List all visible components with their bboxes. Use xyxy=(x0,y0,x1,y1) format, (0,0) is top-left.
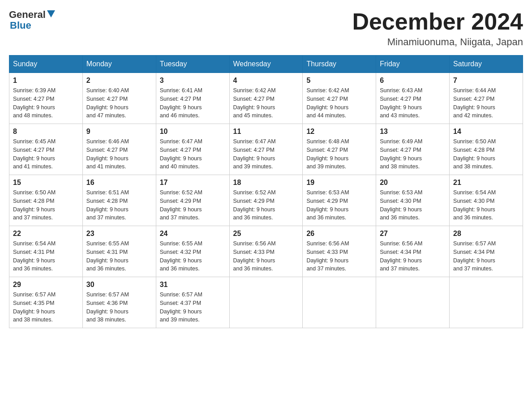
day-info: Sunrise: 6:54 AMSunset: 4:31 PMDaylight:… xyxy=(13,240,79,273)
logo-arrow-icon xyxy=(47,10,55,19)
day-info: Sunrise: 6:48 AMSunset: 4:27 PMDaylight:… xyxy=(306,137,372,171)
day-number: 28 xyxy=(453,230,519,238)
day-info: Sunrise: 6:57 AMSunset: 4:34 PMDaylight:… xyxy=(453,240,519,273)
day-number: 11 xyxy=(233,128,299,136)
day-number: 5 xyxy=(306,77,372,85)
day-number: 30 xyxy=(86,281,152,289)
calendar-week-row: 29Sunrise: 6:57 AMSunset: 4:35 PMDayligh… xyxy=(9,277,523,328)
calendar-cell: 10Sunrise: 6:47 AMSunset: 4:27 PMDayligh… xyxy=(156,124,229,175)
calendar-cell: 1Sunrise: 6:39 AMSunset: 4:27 PMDaylight… xyxy=(9,73,83,124)
calendar-cell: 14Sunrise: 6:50 AMSunset: 4:28 PMDayligh… xyxy=(450,124,523,175)
calendar-cell: 12Sunrise: 6:48 AMSunset: 4:27 PMDayligh… xyxy=(303,124,376,175)
day-info: Sunrise: 6:53 AMSunset: 4:29 PMDaylight:… xyxy=(306,188,372,222)
day-info: Sunrise: 6:57 AMSunset: 4:36 PMDaylight:… xyxy=(86,291,152,324)
calendar-cell: 5Sunrise: 6:42 AMSunset: 4:27 PMDaylight… xyxy=(303,73,376,124)
calendar-cell: 2Sunrise: 6:40 AMSunset: 4:27 PMDaylight… xyxy=(82,73,156,124)
day-info: Sunrise: 6:54 AMSunset: 4:30 PMDaylight:… xyxy=(453,188,519,222)
day-info: Sunrise: 6:42 AMSunset: 4:27 PMDaylight:… xyxy=(233,86,299,120)
day-number: 3 xyxy=(160,77,226,85)
calendar-cell: 25Sunrise: 6:56 AMSunset: 4:33 PMDayligh… xyxy=(229,226,303,277)
day-number: 22 xyxy=(13,230,79,238)
calendar-cell: 15Sunrise: 6:50 AMSunset: 4:28 PMDayligh… xyxy=(9,175,83,226)
day-info: Sunrise: 6:39 AMSunset: 4:27 PMDaylight:… xyxy=(13,86,79,120)
day-info: Sunrise: 6:42 AMSunset: 4:27 PMDaylight:… xyxy=(306,86,372,120)
calendar-cell: 6Sunrise: 6:43 AMSunset: 4:27 PMDaylight… xyxy=(376,73,450,124)
day-info: Sunrise: 6:51 AMSunset: 4:28 PMDaylight:… xyxy=(86,188,152,222)
day-info: Sunrise: 6:55 AMSunset: 4:32 PMDaylight:… xyxy=(160,240,226,273)
col-saturday: Saturday xyxy=(450,56,523,73)
calendar-cell: 27Sunrise: 6:56 AMSunset: 4:34 PMDayligh… xyxy=(376,226,450,277)
calendar-cell: 29Sunrise: 6:57 AMSunset: 4:35 PMDayligh… xyxy=(9,277,83,328)
calendar-cell: 13Sunrise: 6:49 AMSunset: 4:27 PMDayligh… xyxy=(376,124,450,175)
calendar-week-row: 15Sunrise: 6:50 AMSunset: 4:28 PMDayligh… xyxy=(9,175,523,226)
calendar-cell: 17Sunrise: 6:52 AMSunset: 4:29 PMDayligh… xyxy=(156,175,229,226)
col-tuesday: Tuesday xyxy=(156,56,229,73)
day-info: Sunrise: 6:52 AMSunset: 4:29 PMDaylight:… xyxy=(160,188,226,222)
title-block: December 2024 Minamiuonuma, Niigata, Jap… xyxy=(352,9,523,48)
day-number: 4 xyxy=(233,77,299,85)
calendar-cell: 31Sunrise: 6:57 AMSunset: 4:37 PMDayligh… xyxy=(156,277,229,328)
day-info: Sunrise: 6:46 AMSunset: 4:27 PMDaylight:… xyxy=(86,137,152,171)
day-info: Sunrise: 6:44 AMSunset: 4:27 PMDaylight:… xyxy=(453,86,519,120)
col-monday: Monday xyxy=(82,56,156,73)
day-number: 25 xyxy=(233,230,299,238)
calendar-cell: 28Sunrise: 6:57 AMSunset: 4:34 PMDayligh… xyxy=(450,226,523,277)
day-info: Sunrise: 6:57 AMSunset: 4:37 PMDaylight:… xyxy=(160,291,226,324)
calendar-cell: 11Sunrise: 6:47 AMSunset: 4:27 PMDayligh… xyxy=(229,124,303,175)
calendar-cell: 18Sunrise: 6:52 AMSunset: 4:29 PMDayligh… xyxy=(229,175,303,226)
day-number: 12 xyxy=(306,128,372,136)
calendar-week-row: 8Sunrise: 6:45 AMSunset: 4:27 PMDaylight… xyxy=(9,124,523,175)
calendar-cell: 3Sunrise: 6:41 AMSunset: 4:27 PMDaylight… xyxy=(156,73,229,124)
calendar-cell: 9Sunrise: 6:46 AMSunset: 4:27 PMDaylight… xyxy=(82,124,156,175)
logo: General Blue xyxy=(9,9,55,31)
day-number: 1 xyxy=(13,77,79,85)
calendar-cell: 20Sunrise: 6:53 AMSunset: 4:30 PMDayligh… xyxy=(376,175,450,226)
day-info: Sunrise: 6:53 AMSunset: 4:30 PMDaylight:… xyxy=(380,188,446,222)
calendar-cell xyxy=(376,277,450,328)
calendar-cell: 23Sunrise: 6:55 AMSunset: 4:31 PMDayligh… xyxy=(82,226,156,277)
day-number: 2 xyxy=(86,77,152,85)
location-subtitle: Minamiuonuma, Niigata, Japan xyxy=(352,36,523,48)
logo-blue-text: Blue xyxy=(10,20,55,31)
day-info: Sunrise: 6:56 AMSunset: 4:34 PMDaylight:… xyxy=(380,240,446,273)
day-info: Sunrise: 6:43 AMSunset: 4:27 PMDaylight:… xyxy=(380,86,446,120)
day-info: Sunrise: 6:45 AMSunset: 4:27 PMDaylight:… xyxy=(13,137,79,171)
day-info: Sunrise: 6:47 AMSunset: 4:27 PMDaylight:… xyxy=(233,137,299,171)
month-title: December 2024 xyxy=(352,9,523,34)
day-number: 9 xyxy=(86,128,152,136)
day-number: 14 xyxy=(453,128,519,136)
day-info: Sunrise: 6:50 AMSunset: 4:28 PMDaylight:… xyxy=(453,137,519,171)
day-info: Sunrise: 6:55 AMSunset: 4:31 PMDaylight:… xyxy=(86,240,152,273)
day-info: Sunrise: 6:56 AMSunset: 4:33 PMDaylight:… xyxy=(233,240,299,273)
calendar-header-row: Sunday Monday Tuesday Wednesday Thursday… xyxy=(9,56,523,73)
col-friday: Friday xyxy=(376,56,450,73)
day-number: 18 xyxy=(233,179,299,187)
svg-marker-0 xyxy=(47,10,55,17)
day-number: 26 xyxy=(306,230,372,238)
col-sunday: Sunday xyxy=(9,56,83,73)
calendar-cell: 4Sunrise: 6:42 AMSunset: 4:27 PMDaylight… xyxy=(229,73,303,124)
day-number: 6 xyxy=(380,77,446,85)
day-number: 7 xyxy=(453,77,519,85)
day-info: Sunrise: 6:47 AMSunset: 4:27 PMDaylight:… xyxy=(160,137,226,171)
day-number: 27 xyxy=(380,230,446,238)
calendar-cell: 24Sunrise: 6:55 AMSunset: 4:32 PMDayligh… xyxy=(156,226,229,277)
calendar-week-row: 1Sunrise: 6:39 AMSunset: 4:27 PMDaylight… xyxy=(9,73,523,124)
day-number: 21 xyxy=(453,179,519,187)
calendar-cell xyxy=(229,277,303,328)
calendar-week-row: 22Sunrise: 6:54 AMSunset: 4:31 PMDayligh… xyxy=(9,226,523,277)
day-info: Sunrise: 6:40 AMSunset: 4:27 PMDaylight:… xyxy=(86,86,152,120)
calendar-cell: 8Sunrise: 6:45 AMSunset: 4:27 PMDaylight… xyxy=(9,124,83,175)
day-info: Sunrise: 6:56 AMSunset: 4:33 PMDaylight:… xyxy=(306,240,372,273)
day-number: 19 xyxy=(306,179,372,187)
day-number: 24 xyxy=(160,230,226,238)
col-wednesday: Wednesday xyxy=(229,56,303,73)
day-number: 16 xyxy=(86,179,152,187)
day-number: 8 xyxy=(13,128,79,136)
day-number: 15 xyxy=(13,179,79,187)
day-number: 17 xyxy=(160,179,226,187)
calendar-cell: 7Sunrise: 6:44 AMSunset: 4:27 PMDaylight… xyxy=(450,73,523,124)
day-number: 10 xyxy=(160,128,226,136)
day-number: 13 xyxy=(380,128,446,136)
col-thursday: Thursday xyxy=(303,56,376,73)
